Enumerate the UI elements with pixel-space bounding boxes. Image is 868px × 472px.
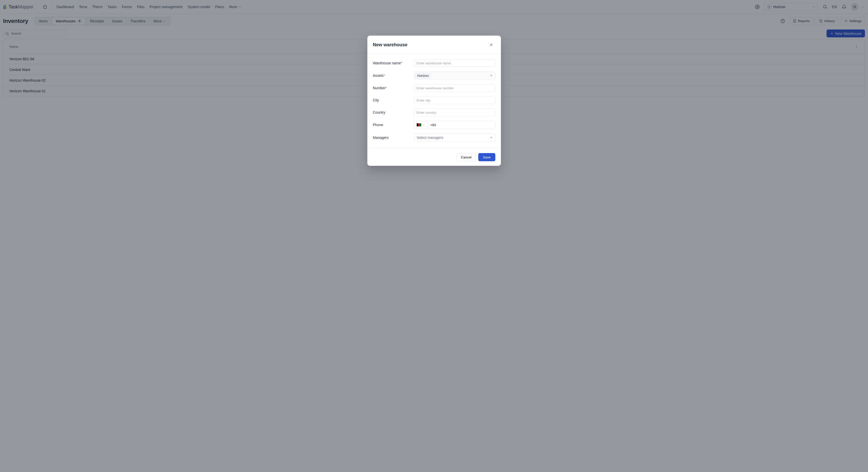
warehouse-number-input[interactable]: [414, 84, 495, 92]
new-warehouse-modal: New warehouse Warehouse name* Assets* Ho…: [367, 36, 501, 166]
country-input[interactable]: [414, 108, 495, 116]
label-city: City: [373, 98, 410, 102]
modal-body: Warehouse name* Assets* Horizon Number* …: [367, 54, 501, 148]
field-city: City: [373, 96, 495, 104]
label-assets: Assets*: [373, 73, 410, 77]
required-mark: *: [384, 73, 385, 77]
warehouse-name-input[interactable]: [414, 59, 495, 67]
modal-overlay[interactable]: New warehouse Warehouse name* Assets* Ho…: [0, 0, 868, 472]
chevron-down-icon: [490, 74, 493, 77]
phone-input[interactable]: [428, 121, 495, 129]
label-phone: Phone: [373, 123, 410, 127]
modal-close-button[interactable]: [487, 41, 495, 49]
close-icon: [489, 42, 494, 47]
save-button[interactable]: Save: [478, 153, 495, 161]
chevron-down-icon: [490, 136, 493, 139]
managers-select[interactable]: Select managers: [414, 133, 495, 141]
city-input[interactable]: [414, 96, 495, 104]
required-mark: *: [401, 61, 402, 65]
modal-title: New warehouse: [373, 42, 407, 48]
managers-placeholder: Select managers: [415, 135, 443, 139]
cancel-button[interactable]: Cancel: [457, 153, 476, 161]
required-mark: *: [385, 86, 387, 90]
modal-footer: Cancel Save: [367, 148, 501, 166]
phone-input-wrapper: [414, 121, 495, 129]
field-phone: Phone: [373, 121, 495, 129]
flag-icon: [417, 123, 421, 126]
assets-select[interactable]: Horizon: [414, 71, 495, 80]
phone-country-selector[interactable]: [414, 121, 428, 129]
asset-chip: Horizon: [415, 73, 431, 78]
field-country: Country: [373, 108, 495, 116]
field-assets: Assets* Horizon: [373, 71, 495, 80]
chevron-down-icon: [422, 124, 425, 126]
label-country: Country: [373, 111, 410, 115]
modal-header: New warehouse: [367, 36, 501, 54]
label-name: Warehouse name*: [373, 61, 410, 65]
field-number: Number*: [373, 84, 495, 92]
label-managers: Managers: [373, 135, 410, 139]
field-managers: Managers Select managers: [373, 133, 495, 141]
label-number: Number*: [373, 86, 410, 90]
field-name: Warehouse name*: [373, 59, 495, 67]
